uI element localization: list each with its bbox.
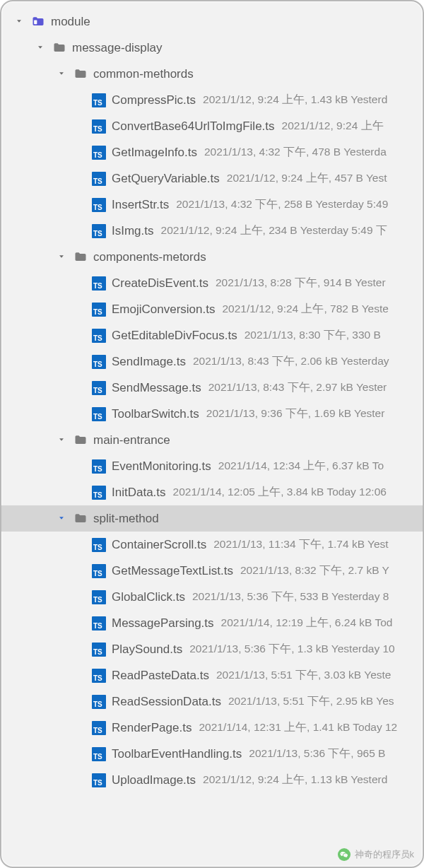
file-row[interactable]: TSSendImage.ts2021/1/13, 8:43 下午, 2.06 k…: [1, 348, 423, 375]
typescript-file-icon: TS: [92, 329, 106, 343]
typescript-file-icon: TS: [92, 616, 106, 631]
file-meta: 2021/1/12, 9:24 上午, 782 B Yeste: [222, 302, 388, 317]
file-meta: 2021/1/13, 5:36 下午, 1.3 kB Yesterday 10: [189, 642, 395, 657]
svg-rect-0: [34, 20, 37, 24]
file-meta: 2021/1/14, 12:34 上午, 6.37 kB To: [218, 459, 384, 474]
chevron-down-icon[interactable]: [57, 252, 68, 263]
typescript-file-icon: TS: [92, 486, 106, 500]
file-row[interactable]: TSMessageParsing.ts2021/1/14, 12:19 上午, …: [1, 610, 423, 636]
folder-icon: [73, 433, 88, 447]
typescript-file-icon: TS: [92, 276, 106, 291]
file-row[interactable]: TSIsImg.ts2021/1/12, 9:24 上午, 234 B Yest…: [1, 218, 423, 244]
file-name: SendImage.ts: [112, 355, 186, 369]
file-row[interactable]: TSToolbarSwitch.ts2021/1/13, 9:36 下午, 1.…: [1, 401, 423, 427]
typescript-file-icon: TS: [92, 93, 106, 107]
file-row[interactable]: TSReadSessionData.ts2021/1/13, 5:51 下午, …: [1, 688, 423, 715]
wechat-icon: [338, 848, 351, 861]
file-meta: 2021/1/12, 9:24 上午: [282, 119, 384, 134]
typescript-file-icon: TS: [92, 172, 106, 186]
typescript-file-icon: TS: [92, 695, 106, 709]
folder-row[interactable]: message-display: [1, 35, 423, 61]
file-row[interactable]: TSGetEditableDivFocus.ts2021/1/13, 8:30 …: [1, 322, 423, 348]
file-name: ReadSessionData.ts: [112, 695, 221, 709]
typescript-file-icon: TS: [92, 747, 106, 761]
typescript-file-icon: TS: [92, 355, 106, 369]
file-row[interactable]: TSInitData.ts2021/1/14, 12:05 上午, 3.84 k…: [1, 479, 423, 505]
module-folder-icon: [31, 15, 45, 29]
file-meta: 2021/1/13, 5:51 下午, 2.95 kB Yes: [228, 694, 394, 709]
folder-icon: [73, 250, 88, 264]
folder-name: main-entrance: [93, 433, 170, 447]
typescript-file-icon: TS: [92, 198, 106, 212]
folder-icon: [73, 512, 88, 526]
file-name: GetImageInfo.ts: [112, 146, 197, 160]
file-row[interactable]: TSEventMonitoring.ts2021/1/14, 12:34 上午,…: [1, 453, 423, 479]
file-meta: 2021/1/13, 5:51 下午, 3.03 kB Yeste: [216, 668, 391, 683]
chevron-down-icon[interactable]: [35, 42, 47, 54]
folder-icon: [52, 41, 66, 55]
file-name: GetMessageTextList.ts: [112, 564, 233, 578]
folder-row[interactable]: module: [1, 8, 423, 35]
chevron-down-icon[interactable]: [57, 513, 68, 524]
file-name: SendMessage.ts: [112, 381, 201, 395]
typescript-file-icon: TS: [92, 119, 106, 134]
file-row[interactable]: TSContainerScroll.ts2021/1/13, 11:34 下午,…: [1, 532, 423, 558]
file-name: ContainerScroll.ts: [112, 538, 206, 552]
typescript-file-icon: TS: [92, 538, 106, 552]
watermark: 神奇的程序员k: [338, 848, 415, 861]
file-row[interactable]: TSCreateDisEvent.ts2021/1/13, 8:28 下午, 9…: [1, 270, 423, 296]
file-meta: 2021/1/14, 12:05 上午, 3.84 kB Today 12:06: [173, 485, 387, 500]
file-name: ReadPasteData.ts: [112, 669, 209, 683]
folder-name: components-metords: [93, 250, 206, 264]
file-row[interactable]: TSGetQueryVariable.ts2021/1/12, 9:24 上午,…: [1, 165, 423, 192]
file-meta: 2021/1/13, 5:36 下午, 533 B Yesterday 8: [192, 590, 389, 604]
file-name: EventMonitoring.ts: [112, 459, 211, 474]
typescript-file-icon: TS: [92, 590, 106, 604]
file-name: ToolbarEventHandling.ts: [112, 747, 242, 761]
file-row[interactable]: TSToolbarEventHandling.ts2021/1/13, 5:36…: [1, 741, 423, 767]
file-row[interactable]: TSInsertStr.ts2021/1/13, 4:32 下午, 258 B …: [1, 192, 423, 218]
file-row[interactable]: TSEmojiConversion.ts2021/1/12, 9:24 上午, …: [1, 296, 423, 322]
file-name: GetQueryVariable.ts: [112, 172, 220, 186]
file-meta: 2021/1/13, 8:43 下午, 2.97 kB Yester: [208, 380, 387, 395]
chevron-down-icon[interactable]: [14, 16, 25, 28]
file-name: IsImg.ts: [112, 224, 154, 238]
file-name: RenderPage.ts: [112, 721, 192, 735]
file-row[interactable]: TSSendMessage.ts2021/1/13, 8:43 下午, 2.97…: [1, 375, 423, 401]
chevron-down-icon[interactable]: [57, 69, 68, 80]
file-row[interactable]: TSConvertBase64UrlToImgFile.ts2021/1/12,…: [1, 113, 423, 139]
file-row[interactable]: TSCompressPic.ts2021/1/12, 9:24 上午, 1.43…: [1, 87, 423, 113]
folder-row[interactable]: common-methords: [1, 61, 423, 87]
file-meta: 2021/1/12, 9:24 上午, 1.43 kB Yesterd: [203, 93, 387, 107]
file-name: ConvertBase64UrlToImgFile.ts: [112, 119, 275, 134]
folder-row[interactable]: components-metords: [1, 244, 423, 270]
typescript-file-icon: TS: [92, 407, 106, 421]
file-meta: 2021/1/14, 12:19 上午, 6.24 kB Tod: [221, 616, 393, 631]
file-tree[interactable]: modulemessage-displaycommon-methordsTSCo…: [1, 1, 423, 793]
file-meta: 2021/1/12, 9:24 上午, 1.13 kB Yesterd: [203, 773, 387, 787]
typescript-file-icon: TS: [92, 564, 106, 578]
file-meta: 2021/1/13, 9:36 下午, 1.69 kB Yester: [206, 406, 385, 421]
file-row[interactable]: TSGetMessageTextList.ts2021/1/13, 8:32 下…: [1, 558, 423, 584]
typescript-file-icon: TS: [92, 721, 106, 735]
folder-name: split-method: [93, 512, 159, 526]
file-name: GlobalClick.ts: [112, 590, 185, 604]
file-row[interactable]: TSRenderPage.ts2021/1/14, 12:31 上午, 1.41…: [1, 715, 423, 741]
file-row[interactable]: TSGlobalClick.ts2021/1/13, 5:36 下午, 533 …: [1, 584, 423, 610]
folder-icon: [73, 67, 88, 81]
file-name: ToolbarSwitch.ts: [112, 407, 199, 421]
file-meta: 2021/1/13, 8:28 下午, 914 B Yester: [216, 276, 386, 291]
folder-row[interactable]: main-entrance: [1, 427, 423, 453]
file-meta: 2021/1/13, 4:32 下午, 478 B Yesterda: [204, 145, 387, 160]
file-meta: 2021/1/13, 5:36 下午, 965 B: [249, 746, 385, 761]
file-meta: 2021/1/13, 11:34 下午, 1.74 kB Yest: [213, 537, 388, 552]
file-row[interactable]: TSGetImageInfo.ts2021/1/13, 4:32 下午, 478…: [1, 139, 423, 165]
chevron-down-icon[interactable]: [57, 435, 68, 446]
typescript-file-icon: TS: [92, 381, 106, 395]
file-row[interactable]: TSPlaySound.ts2021/1/13, 5:36 下午, 1.3 kB…: [1, 636, 423, 662]
file-name: GetEditableDivFocus.ts: [112, 329, 237, 343]
file-row[interactable]: TSUploadImage.ts2021/1/12, 9:24 上午, 1.13…: [1, 767, 423, 793]
file-row[interactable]: TSReadPasteData.ts2021/1/13, 5:51 下午, 3.…: [1, 662, 423, 688]
watermark-text: 神奇的程序员k: [355, 848, 415, 861]
folder-row[interactable]: split-method: [1, 505, 423, 532]
